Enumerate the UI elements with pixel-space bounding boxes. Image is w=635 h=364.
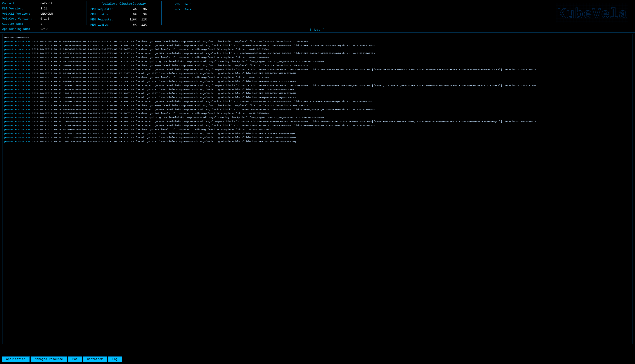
log-line: prometheus-server2022-10-22T19:00:24.760… [4, 120, 631, 124]
log-line: prometheus-server2022-10-22T17:00:18.924… [4, 108, 631, 112]
log-text: 2022-10-22T19:00:18.742105980+08:00 ts=2… [32, 124, 631, 128]
log-line: prometheus-server2022-10-22T19:00:24.779… [4, 140, 631, 144]
log-source: prometheus-server [4, 112, 31, 116]
log-text: 2022-10-22T17:00:18.968022544+08:00 ts=2… [32, 116, 631, 120]
log-text: 2022-10-22T13:00:27.625465807+08:00 ts=2… [32, 68, 631, 72]
log-line: prometheus-server2022-10-22T13:00:27.633… [4, 72, 631, 76]
log-text: 2022-10-22T19:00:24.773815166+08:00 ts=2… [32, 136, 631, 140]
velacore-version-value: 0.1.0 [41, 17, 49, 21]
log-line: prometheus-server2022-10-22T13:00:21.079… [4, 64, 631, 68]
k8s-version-label: K8S Version: [2, 6, 38, 11]
context-value: default [41, 1, 53, 6]
log-line: prometheus-server2022-10-22T19:00:18.952… [4, 128, 631, 132]
log-text: 2022-10-22T13:00:27.644002358+08:00 ts=2… [32, 80, 631, 84]
log-source: prometheus-server [4, 108, 31, 112]
log-text: 2022-10-22T13:00:35.188609029+08:00 ts=2… [32, 88, 631, 92]
log-text: 2022-10-22T13:00:35.178350115+08:00 ts=2… [32, 84, 631, 88]
tab-application[interactable]: Application [2, 356, 30, 362]
log-source: prometheus-server [4, 48, 31, 52]
log-text: 2022-10-22T13:00:35.208708597+08:00 ts=2… [32, 96, 631, 100]
log-source: prometheus-server [4, 116, 31, 120]
log-source: prometheus-server [4, 104, 31, 108]
header: Context: default K8S Version: 1.21 VelaC… [0, 0, 635, 27]
log-source: prometheus-server [4, 136, 31, 140]
log-line: prometheus-server2022-10-22T13:00:27.644… [4, 80, 631, 84]
log-text: 2022-10-22T13:00:27.633105423+08:00 ts=2… [32, 72, 631, 76]
log-source: prometheus-server [4, 68, 31, 72]
nav-help-label[interactable]: Help [184, 2, 191, 7]
log-source: prometheus-server [4, 72, 31, 76]
log-text: 2022-10-22T11:00:18.477833910+08:00 ts=2… [32, 52, 631, 56]
log-source: prometheus-server [4, 52, 31, 56]
log-source: prometheus-server [4, 40, 31, 44]
bottom-tab-bar: Application Managed Resource Pod Contain… [0, 354, 635, 364]
log-source: prometheus-server [4, 84, 31, 88]
log-text: 2022-10-22T15:00:18.308268763+08:00 ts=2… [32, 100, 631, 104]
log-line: prometheus-server2022-10-22T13:00:35.188… [4, 88, 631, 92]
log-text: 2022-10-22T09:00:20.928352686+08:00 ts=2… [32, 40, 631, 44]
log-text: 2022-10-22T15:00:18.352819860+08:00 ts=2… [32, 76, 631, 80]
header-divider-1 [87, 1, 87, 26]
cpu-requests-val2: 3% [138, 7, 147, 12]
log-text: 2022-10-22T11:00:18.248548082+08:00 ts=2… [32, 48, 631, 52]
cluster-num-value: 2 [41, 22, 42, 26]
log-line: prometheus-server2022-10-22T11:00:18.248… [4, 48, 631, 52]
log-source: prometheus-server [4, 96, 31, 100]
log-source: prometheus-server [4, 64, 31, 68]
nav-quit-key[interactable]: <q> [175, 8, 180, 12]
nav-quit-label[interactable]: Back [184, 8, 191, 12]
tab-container[interactable]: Container [83, 356, 107, 362]
log-line: prometheus-server2022-10-22T15:00:18.352… [4, 76, 631, 80]
log-source: prometheus-server [4, 132, 31, 136]
svg-rect-2 [556, 3, 628, 22]
log-text: 2022-10-22T11:00:18.200609606+08:00 ts=2… [32, 44, 631, 48]
log-text: 2022-10-22T19:00:24.779973881+08:00 ts=2… [32, 140, 631, 144]
log-line: prometheus-server2022-10-22T13:00:35.178… [4, 84, 631, 88]
log-source: prometheus-server [4, 88, 31, 92]
log-text: 2022-10-22T17:00:18.924343432+08:00 ts=2… [32, 108, 631, 112]
tab-log[interactable]: Log [108, 356, 122, 362]
header-left-info: Context: default K8S Version: 1.21 VelaC… [2, 1, 83, 32]
log-line: nt=1666396800000 [4, 36, 631, 40]
tab-pod[interactable]: Pod [68, 356, 82, 362]
velacli-version-value: UNKNOWN [41, 12, 53, 16]
cpu-limits-val2: 3% [138, 12, 147, 17]
log-source: prometheus-server [4, 76, 31, 80]
log-source: prometheus-server [4, 56, 31, 60]
velacli-version-label: VelaCLI Version: [2, 12, 38, 16]
log-source: prometheus-server [4, 128, 31, 132]
log-line: prometheus-server2022-10-22T19:00:24.767… [4, 132, 631, 136]
log-text: 2022-10-22T17:00:18.965580484+08:00 ts=2… [32, 112, 631, 116]
mem-requests-val2: 12% [138, 18, 147, 22]
log-source: prometheus-server [4, 120, 31, 124]
log-line: prometheus-server2022-10-22T13:00:27.625… [4, 68, 631, 72]
header-nav: <?> Help <q> Back [165, 1, 201, 12]
log-line: prometheus-server2022-10-22T17:00:18.965… [4, 112, 631, 116]
log-text: 2022-10-22T19:00:18.952793661+08:00 ts=2… [32, 128, 631, 132]
log-source: prometheus-server [4, 44, 31, 48]
velacore-version-label: VelaCore Version: [2, 17, 38, 21]
log-line: prometheus-server2022-10-22T09:00:20.928… [4, 40, 631, 44]
tab-managed-resource[interactable]: Managed Resource [31, 356, 67, 362]
log-text: 2022-10-22T19:00:24.767883127+08:00 ts=2… [32, 132, 631, 136]
k8s-version-value: 1.21 [41, 6, 48, 11]
log-container[interactable]: nt=1666396800000prometheus-server2022-10… [2, 34, 633, 344]
nav-help-key[interactable]: <?> [175, 2, 180, 7]
app-running-value: 9/10 [41, 27, 48, 32]
log-line: prometheus-server2022-10-22T15:00:18.308… [4, 100, 631, 104]
cluster-num-label: Cluster Num: [2, 22, 38, 26]
log-source: prometheus-server [4, 140, 31, 144]
log-line: prometheus-server2022-10-22T11:00:18.200… [4, 44, 631, 48]
log-source: prometheus-server [4, 92, 31, 96]
log-text: 2022-10-22T13:00:35.199017370+08:00 ts=2… [32, 92, 631, 96]
mem-limits-label: MEM Limits: [90, 23, 124, 28]
log-line: prometheus-server2022-10-22T13:00:18.529… [4, 56, 631, 60]
mem-limits-val1: 6% [125, 23, 137, 28]
log-source: prometheus-server [4, 80, 31, 84]
log-source: prometheus-server [4, 100, 31, 104]
cpu-limits-val1: 0% [125, 12, 137, 17]
context-label: Context: [2, 1, 38, 6]
cpu-requests-val1: 4% [125, 7, 137, 12]
log-line: prometheus-server2022-10-22T19:00:24.773… [4, 136, 631, 140]
log-line: prometheus-server2022-10-22T11:00:18.477… [4, 52, 631, 56]
